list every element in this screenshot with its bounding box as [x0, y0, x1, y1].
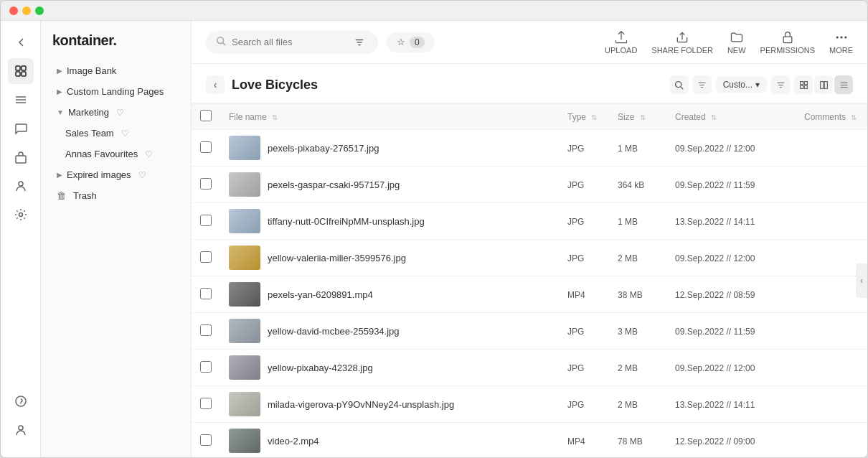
topbar: ☆ 0 UPLOAD: [192, 21, 867, 64]
folder-title: Love Bicycles: [232, 78, 663, 93]
file-thumbnail: [229, 282, 260, 307]
file-type: MP4: [567, 290, 585, 300]
file-name: pexels-pixabay-276517.jpg: [268, 143, 379, 154]
sidebar-item-label: Sales Team: [65, 128, 114, 139]
row-checkbox[interactable]: [200, 215, 212, 226]
titlebar: [1, 1, 867, 21]
heart-icon: ♡: [116, 108, 124, 118]
chevron-down-icon: ▾: [755, 80, 760, 90]
file-size: 1 MB: [618, 217, 638, 227]
col-type-header[interactable]: Type ⇅: [559, 104, 609, 130]
filter-icon[interactable]: [352, 35, 367, 50]
file-table-container: File name ⇅ Type ⇅ Size ⇅: [192, 103, 867, 457]
file-name: tiffany-nutt-0CIfreiNpMM-unsplash.jpg: [268, 216, 425, 227]
file-size: 38 MB: [618, 290, 643, 300]
file-type: MP4: [567, 436, 585, 447]
sort-arrows-icon: ⇅: [851, 113, 857, 121]
sidebar-item-expired-images[interactable]: ▶ Expired images ♡: [45, 164, 187, 185]
row-checkbox[interactable]: [200, 251, 212, 263]
settings-button[interactable]: [8, 202, 34, 228]
sidebar-item-sales-team[interactable]: Sales Team ♡: [45, 123, 187, 144]
row-checkbox[interactable]: [200, 398, 212, 409]
content-filter-button[interactable]: [693, 75, 712, 94]
close-button[interactable]: [9, 6, 18, 15]
permissions-action[interactable]: PERMISSIONS: [760, 30, 815, 55]
col-created-header[interactable]: Created ⇅: [666, 104, 796, 130]
svg-rect-26: [800, 81, 803, 84]
select-all-checkbox[interactable]: [200, 110, 212, 121]
col-size-header[interactable]: Size ⇅: [609, 104, 666, 130]
list-view-button[interactable]: [8, 87, 34, 113]
file-created: 12.Sep.2022 // 08:59: [675, 290, 755, 300]
minimize-button[interactable]: [22, 6, 31, 15]
svg-rect-0: [16, 66, 20, 70]
icon-bar: [1, 21, 41, 457]
svg-line-13: [223, 43, 226, 46]
view-dropdown-label: Custo...: [723, 80, 753, 90]
file-type: JPG: [567, 363, 584, 373]
upload-action[interactable]: UPLOAD: [605, 30, 637, 55]
sort-button[interactable]: [771, 75, 790, 94]
sidebar-item-annas-favourites[interactable]: Annas Favourites ♡: [45, 144, 187, 164]
arrow-icon: ▼: [57, 108, 64, 116]
row-checkbox[interactable]: [200, 178, 212, 190]
svg-point-21: [676, 81, 681, 87]
svg-rect-30: [820, 81, 823, 88]
arrow-icon: ▶: [57, 171, 62, 179]
share-folder-action[interactable]: SHARE FOLDER: [651, 30, 713, 55]
maximize-button[interactable]: [35, 6, 44, 15]
topbar-actions: UPLOAD SHARE FOLDER: [605, 30, 853, 55]
row-checkbox[interactable]: [200, 434, 212, 446]
grid-toggle-button[interactable]: [794, 75, 813, 94]
more-action[interactable]: MORE: [829, 30, 853, 55]
collapse-sidebar-button[interactable]: [8, 29, 34, 55]
file-table: File name ⇅ Type ⇅ Size ⇅: [192, 103, 867, 457]
file-thumbnail: [229, 246, 260, 270]
sidebar-item-marketing[interactable]: ▼ Marketing ♡: [45, 102, 187, 123]
profile-button[interactable]: [8, 417, 34, 443]
trash-icon: 🗑: [57, 190, 66, 201]
arrow-icon: ▶: [57, 67, 62, 75]
heart-icon: ♡: [145, 149, 153, 159]
row-checkbox[interactable]: [200, 324, 212, 336]
sidebar-item-label: Annas Favourites: [65, 149, 138, 159]
share-folder-label: SHARE FOLDER: [651, 46, 713, 55]
sort-arrows-icon: ⇅: [591, 113, 597, 121]
table-row: pexels-pixabay-276517.jpg JPG 1 MB 09.Se…: [192, 130, 867, 167]
sidebar-item-label: Marketing: [68, 107, 109, 118]
file-size: 2 MB: [618, 400, 638, 410]
svg-rect-27: [804, 81, 807, 84]
grid-view-button[interactable]: [8, 58, 34, 84]
chat-button[interactable]: [8, 116, 34, 141]
list-toggle-button[interactable]: [834, 75, 853, 94]
search-bar[interactable]: [206, 31, 378, 54]
sidebar-item-custom-landing-pages[interactable]: ▶ Custom Landing Pages: [45, 81, 187, 102]
table-row: milada-vigerova-pY9OvNNey24-unsplash.jpg…: [192, 386, 867, 423]
row-checkbox[interactable]: [200, 141, 212, 153]
content-search-button[interactable]: [670, 75, 689, 94]
bag-button[interactable]: [8, 144, 34, 170]
col-name-header[interactable]: File name ⇅: [220, 104, 559, 130]
sidebar-item-trash[interactable]: 🗑 Trash: [45, 185, 187, 206]
file-thumbnail: [229, 172, 260, 197]
file-name: pexels-yan-6209891.mp4: [268, 289, 373, 300]
row-checkbox[interactable]: [200, 288, 212, 299]
svg-rect-3: [22, 72, 26, 76]
svg-rect-17: [783, 37, 792, 42]
search-input[interactable]: [232, 37, 346, 47]
sidebar-item-image-bank[interactable]: ▶ Image Bank: [45, 60, 187, 81]
back-button[interactable]: ‹: [206, 75, 225, 94]
user-button[interactable]: [8, 173, 34, 199]
row-checkbox[interactable]: [200, 361, 212, 373]
scroll-right-button[interactable]: ‹: [856, 263, 867, 298]
more-label: MORE: [829, 46, 853, 55]
grid2-toggle-button[interactable]: [814, 75, 833, 94]
svg-rect-2: [16, 72, 20, 76]
view-dropdown-button[interactable]: Custo... ▾: [716, 77, 767, 93]
help-button[interactable]: [8, 388, 34, 414]
starred-button[interactable]: ☆ 0: [387, 32, 435, 52]
file-thumbnail: [229, 429, 260, 453]
col-comments-header[interactable]: Comments ⇅: [796, 104, 867, 130]
new-action[interactable]: NEW: [727, 30, 746, 55]
arrow-icon: ▶: [57, 88, 62, 95]
